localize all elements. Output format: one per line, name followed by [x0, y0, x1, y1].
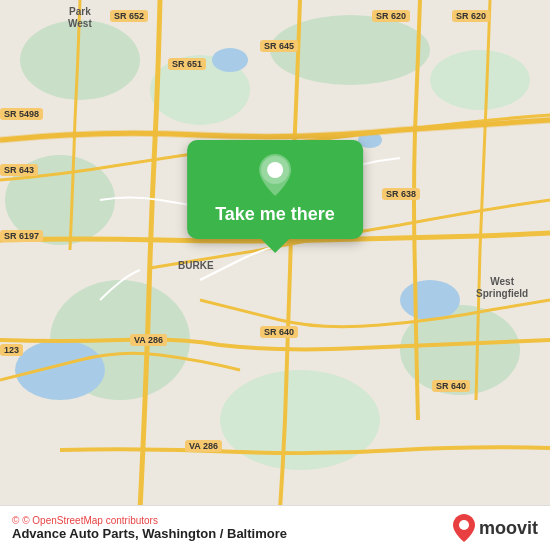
svg-point-10 [212, 48, 248, 72]
location-name: Advance Auto Parts, Washington / Baltimo… [12, 526, 287, 541]
popup-card[interactable]: Take me there [187, 140, 363, 239]
map-svg [0, 0, 550, 510]
bottom-bar-left: © © OpenStreetMap contributors Advance A… [12, 515, 287, 541]
copyright-symbol: © [12, 515, 19, 526]
bottom-bar: © © OpenStreetMap contributors Advance A… [0, 505, 550, 550]
svg-point-15 [269, 164, 281, 176]
attribution-text: © OpenStreetMap contributors [22, 515, 158, 526]
svg-point-12 [400, 280, 460, 320]
copyright-text: © © OpenStreetMap contributors [12, 515, 287, 526]
take-me-there-button[interactable]: Take me there [215, 204, 335, 225]
svg-point-3 [270, 15, 430, 85]
map-container: SR 652 SR 651 SR 645 SR 620 SR 620 SR 54… [0, 0, 550, 550]
svg-point-9 [15, 340, 105, 400]
moovit-pin-icon [453, 514, 475, 542]
svg-point-4 [430, 50, 530, 110]
svg-point-16 [459, 520, 469, 530]
moovit-logo: moovit [453, 514, 538, 542]
location-pin-icon [257, 154, 293, 196]
popup-box: Take me there [187, 140, 363, 239]
moovit-brand-text: moovit [479, 518, 538, 539]
